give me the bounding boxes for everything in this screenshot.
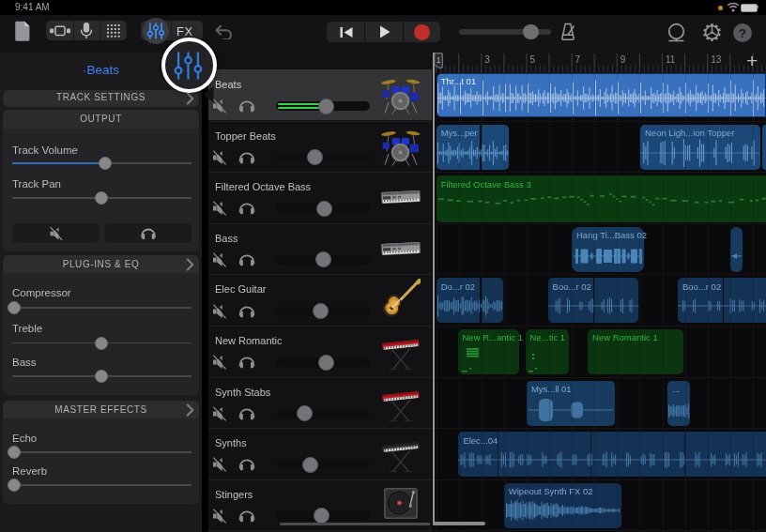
svg-text:1: 1 bbox=[437, 55, 441, 65]
